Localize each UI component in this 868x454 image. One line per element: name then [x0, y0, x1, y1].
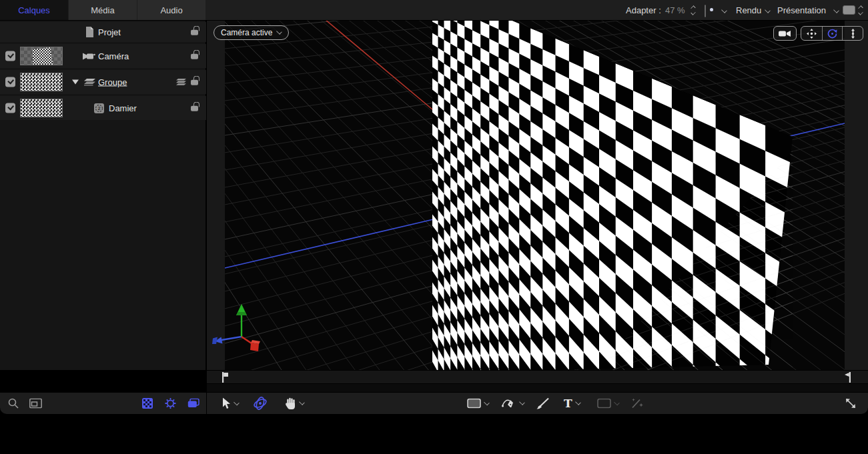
checkerboard-plane: [432, 21, 793, 370]
layer-row-projet[interactable]: Projet: [0, 22, 206, 42]
thumbnail-preview: [21, 47, 62, 65]
tab-audio-label: Audio: [160, 5, 182, 15]
layers-panel: Projet Caméra Groupe: [0, 21, 206, 370]
display-well[interactable]: [843, 5, 855, 15]
tab-calques[interactable]: Calques: [0, 0, 68, 20]
pen-icon: [502, 397, 516, 409]
orbit-icon: [827, 29, 837, 39]
tab-calques-label: Calques: [18, 5, 50, 15]
camera-icon: [779, 30, 791, 37]
dolly-view-button[interactable]: [842, 27, 863, 40]
zoom-value[interactable]: 47 %: [665, 0, 685, 21]
gear-icon: [165, 398, 176, 409]
channels-color-well[interactable]: [705, 5, 706, 17]
rectangle-icon: [467, 399, 481, 409]
canvas-3d-view[interactable]: Caméra active: [207, 21, 868, 370]
layer-checkbox[interactable]: [5, 103, 15, 113]
presentation-menu[interactable]: Présentation: [777, 0, 826, 21]
dolly-icon: [850, 29, 856, 39]
text-tool-chevron-icon[interactable]: [575, 399, 581, 405]
camera-overlay-button[interactable]: [773, 26, 797, 41]
generator-icon: 2: [94, 103, 104, 113]
project-document-icon: [85, 27, 94, 37]
orbit-3d-icon: [253, 397, 268, 410]
render-chevron-icon[interactable]: [765, 7, 771, 13]
transform-3d-tool[interactable]: [253, 397, 268, 410]
group-layers-icon: [84, 79, 95, 86]
layer-label: Damier: [109, 103, 137, 113]
camera-active-menu[interactable]: Caméra active: [213, 25, 289, 40]
layer-thumbnail: [20, 99, 63, 117]
select-tool[interactable]: [222, 398, 239, 409]
svg-text:2: 2: [97, 105, 100, 111]
search-button[interactable]: [8, 398, 19, 409]
show-behaviors-button[interactable]: [165, 398, 176, 409]
toolbar-divider: [206, 393, 207, 414]
play-range-end-marker[interactable]: [844, 372, 851, 383]
text-tool-glyph: T: [564, 397, 572, 410]
camera-icon: [83, 53, 95, 60]
rectangle-tool-chevron-icon[interactable]: [484, 399, 490, 405]
render-menu[interactable]: Rendu: [736, 0, 761, 21]
hand-tool-chevron-icon[interactable]: [299, 399, 305, 405]
motion-app-window: Calques Média Audio Adapter : 47 % Rendu…: [0, 0, 868, 414]
checkerboard-icon: [142, 398, 153, 409]
tab-media[interactable]: Média: [69, 0, 137, 20]
pen-tool-chevron-icon[interactable]: [519, 399, 525, 405]
expand-view-button[interactable]: [845, 397, 857, 409]
layer-checkbox[interactable]: [5, 77, 15, 87]
layer-thumbnail: [20, 47, 63, 65]
flatten-layers-icon[interactable]: [176, 79, 186, 86]
presentation-chevron-icon[interactable]: [833, 7, 839, 13]
frame-icon: [29, 399, 42, 409]
view-tool-group: [801, 26, 863, 41]
show-generators-button[interactable]: [142, 398, 153, 409]
hand-icon: [285, 397, 296, 409]
display-stepper[interactable]: [859, 6, 863, 15]
scene-render: [225, 21, 845, 370]
zoom-stepper[interactable]: [691, 6, 695, 15]
camera-menu-chevron-icon: [277, 29, 283, 35]
stacked-copies-icon: [187, 399, 199, 409]
rectangle-tool[interactable]: [467, 399, 489, 409]
lock-open-icon[interactable]: [191, 80, 198, 85]
lock-open-icon[interactable]: [191, 30, 198, 35]
mask-rectangle-icon: [597, 399, 611, 409]
zoom-adapter-label: Adapter :: [626, 0, 661, 21]
clone-layer-button[interactable]: [187, 399, 199, 409]
layer-thumbnail: [20, 73, 63, 91]
axis-x-arrowhead: [215, 337, 223, 344]
play-range-start-marker[interactable]: [222, 372, 229, 383]
bottom-toolbar: T: [0, 392, 868, 414]
preview-area-toggle[interactable]: [29, 399, 42, 409]
lock-open-icon[interactable]: [191, 106, 198, 111]
hand-tool[interactable]: [285, 397, 304, 409]
text-tool[interactable]: T: [564, 397, 580, 410]
layer-label[interactable]: Groupe: [98, 77, 127, 87]
layer-row-groupe[interactable]: Groupe: [0, 70, 206, 94]
mask-rectangle-tool: [597, 399, 619, 409]
pan-view-button[interactable]: [801, 27, 822, 40]
paint-stroke-tool[interactable]: [536, 397, 550, 409]
layer-checkbox[interactable]: [5, 51, 15, 61]
tab-audio[interactable]: Audio: [137, 0, 205, 20]
timeline-strip[interactable]: [207, 383, 868, 392]
tab-media-label: Média: [91, 5, 114, 15]
layer-row-damier[interactable]: 2 Damier: [0, 96, 206, 120]
select-tool-chevron-icon[interactable]: [234, 399, 240, 405]
mask-tool-chevron-icon: [614, 399, 620, 405]
lock-open-icon[interactable]: [191, 54, 198, 59]
layer-label: Projet: [98, 27, 121, 37]
layer-row-camera[interactable]: Caméra: [0, 44, 206, 68]
thumbnail-preview: [21, 73, 62, 91]
world-3d-area[interactable]: [225, 21, 845, 370]
play-range-bar[interactable]: [207, 370, 868, 383]
bezier-pen-tool[interactable]: [502, 397, 524, 409]
camera-active-label: Caméra active: [221, 28, 272, 37]
thumbnail-preview: [21, 99, 62, 117]
disclosure-triangle-icon[interactable]: [72, 80, 79, 85]
orbit-view-button[interactable]: [822, 27, 843, 40]
layer-label: Caméra: [98, 51, 129, 61]
adjust-item-tool: [630, 398, 643, 409]
channels-chevron-icon[interactable]: [721, 7, 727, 13]
